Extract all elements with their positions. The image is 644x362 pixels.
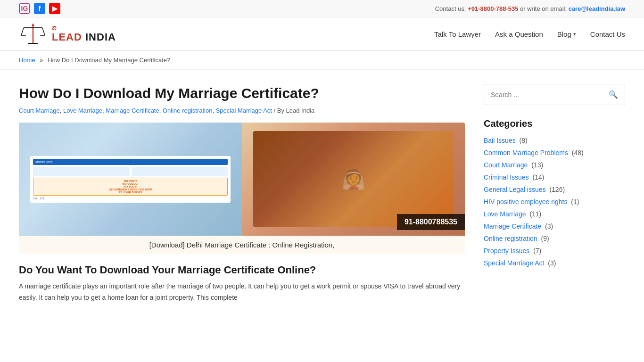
- category-link[interactable]: Marriage Certificate: [484, 222, 541, 230]
- nav-ask-question[interactable]: Ask a Question: [495, 30, 543, 38]
- category-link[interactable]: Bail Issues: [484, 137, 516, 144]
- breadcrumb: Home » How Do I Download My Marriage Cer…: [0, 51, 644, 70]
- nav-blog[interactable]: Blog: [557, 30, 571, 38]
- header: ⚖ LEAD INDIA Talk To Lawyer Ask a Questi…: [0, 17, 644, 51]
- category-item: HIV positive employee rights (1): [484, 198, 625, 206]
- article-body: A marriage certificate plays an importan…: [19, 281, 465, 304]
- search-box: 🔍: [484, 84, 625, 105]
- category-count: (48): [570, 149, 584, 156]
- article-subheading: Do You Want To Download Your Marriage Ce…: [19, 264, 465, 276]
- category-count: (8): [518, 137, 528, 144]
- category-item: Property Issues (7): [484, 247, 625, 255]
- category-count: (7): [531, 247, 541, 255]
- search-input[interactable]: [491, 91, 609, 99]
- category-count: (3): [546, 259, 556, 267]
- logo-area: ⚖ LEAD INDIA: [19, 22, 116, 46]
- category-item: Love Marriage (11): [484, 210, 625, 218]
- article-image: District Delhi NO VISIT!NO QUEUE!NO TOUT…: [19, 123, 465, 236]
- meta-marriage-certificate[interactable]: Marriage Certificate: [106, 107, 159, 114]
- social-links: IG f ▶: [19, 3, 60, 14]
- contact-label: Contact us:: [435, 5, 468, 12]
- instagram-icon[interactable]: IG: [19, 3, 30, 14]
- category-link[interactable]: Love Marriage: [484, 210, 526, 218]
- category-count: (1): [569, 198, 579, 206]
- category-link[interactable]: Common Marriage Problems: [484, 149, 568, 156]
- meta-by: / By Lead India: [274, 107, 315, 114]
- category-list: Bail Issues (8)Common Marriage Problems …: [484, 137, 625, 267]
- category-link[interactable]: Online registration: [484, 235, 537, 242]
- image-left-panel: District Delhi NO VISIT!NO QUEUE!NO TOUT…: [19, 123, 242, 236]
- category-item: Criminal Issues (14): [484, 173, 625, 181]
- svg-line-4: [42, 28, 45, 35]
- meta-special-marriage-act[interactable]: Special Marriage Act: [216, 107, 272, 114]
- search-icon: 🔍: [609, 90, 618, 99]
- category-count: (13): [529, 161, 543, 169]
- nav-blog-item[interactable]: Blog ▾: [557, 30, 576, 38]
- image-caption: [Download] Delhi Marriage Certificate : …: [19, 236, 465, 254]
- article-meta: Court Marriage, Love Marriage, Marriage …: [19, 107, 465, 114]
- category-link[interactable]: Court Marriage: [484, 161, 528, 169]
- article-image-container: District Delhi NO VISIT!NO QUEUE!NO TOUT…: [19, 123, 465, 254]
- category-item: General Legal issues (126): [484, 186, 625, 193]
- svg-marker-7: [32, 23, 34, 26]
- breadcrumb-separator: »: [40, 57, 43, 64]
- brand-name: ⚖ LEAD INDIA: [52, 25, 116, 43]
- article: How Do I Download My Marriage Certificat…: [19, 84, 465, 309]
- breadcrumb-current: How Do I Download My Marriage Certificat…: [48, 57, 170, 64]
- svg-line-2: [21, 28, 24, 35]
- search-button[interactable]: 🔍: [609, 90, 618, 99]
- phone-overlay: 91-8800788535: [397, 214, 465, 230]
- category-item: Bail Issues (8): [484, 137, 625, 144]
- chevron-down-icon: ▾: [573, 31, 576, 37]
- article-title: How Do I Download My Marriage Certificat…: [19, 84, 465, 102]
- phone-link[interactable]: +91-8800-788-535: [468, 5, 518, 12]
- nav-contact-us[interactable]: Contact Us: [590, 30, 625, 38]
- breadcrumb-home[interactable]: Home: [19, 57, 35, 64]
- facebook-icon[interactable]: f: [34, 3, 45, 14]
- category-item: Court Marriage (13): [484, 161, 625, 169]
- main-nav: Talk To Lawyer Ask a Question Blog ▾ Con…: [434, 30, 625, 38]
- category-count: (14): [531, 173, 545, 181]
- category-count: (126): [548, 186, 565, 193]
- category-link[interactable]: Special Marriage Act: [484, 259, 544, 267]
- category-link[interactable]: Criminal Issues: [484, 173, 529, 181]
- brand-text: LEAD INDIA: [52, 31, 116, 43]
- sidebar: 🔍 Categories Bail Issues (8)Common Marri…: [484, 84, 625, 309]
- email-link[interactable]: care@leadindia.law: [569, 5, 625, 12]
- category-link[interactable]: Property Issues: [484, 247, 529, 255]
- categories-title: Categories: [484, 118, 625, 129]
- category-item: Special Marriage Act (3): [484, 259, 625, 267]
- meta-court-marriage[interactable]: Court Marriage: [19, 107, 60, 114]
- categories-section: Categories Bail Issues (8)Common Marriag…: [484, 118, 625, 267]
- category-link[interactable]: General Legal issues: [484, 186, 546, 193]
- top-bar: IG f ▶ Contact us: +91-8800-788-535 or w…: [0, 0, 644, 17]
- category-count: (11): [528, 210, 542, 218]
- email-label: or write on email:: [520, 5, 569, 12]
- category-item: Marriage Certificate (3): [484, 222, 625, 230]
- category-item: Common Marriage Problems (48): [484, 149, 625, 156]
- category-count: (9): [539, 235, 549, 242]
- category-item: Online registration (9): [484, 235, 625, 242]
- youtube-icon[interactable]: ▶: [49, 3, 60, 14]
- main-layout: How Do I Download My Marriage Certificat…: [0, 70, 644, 323]
- category-count: (3): [543, 222, 553, 230]
- meta-online-registration[interactable]: Online registration: [163, 107, 213, 114]
- meta-love-marriage[interactable]: Love Marriage: [63, 107, 102, 114]
- contact-info: Contact us: +91-8800-788-535 or write on…: [435, 5, 625, 12]
- category-link[interactable]: HIV positive employee rights: [484, 198, 567, 206]
- nav-talk-to-lawyer[interactable]: Talk To Lawyer: [434, 30, 481, 38]
- logo-icon: [19, 22, 47, 46]
